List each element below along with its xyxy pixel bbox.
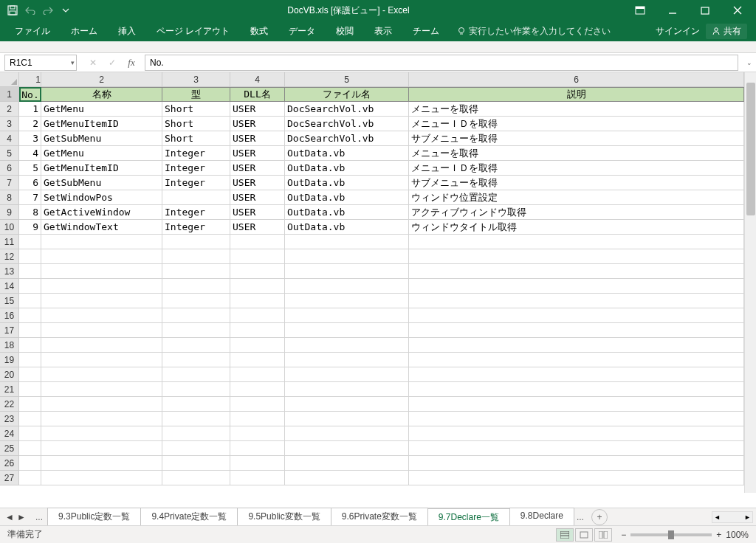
row-header[interactable]: 10 — [0, 220, 19, 235]
sheet-tab[interactable]: 9.4Private定数一覧 — [140, 508, 238, 527]
cell[interactable] — [162, 471, 230, 485]
row-header[interactable]: 17 — [0, 323, 19, 338]
cell[interactable] — [162, 264, 230, 279]
cell[interactable]: USER — [230, 205, 285, 220]
cell[interactable]: USER — [230, 176, 285, 190]
cell[interactable]: GetSubMenu — [41, 176, 162, 190]
cell[interactable] — [409, 471, 744, 485]
cell[interactable] — [162, 308, 230, 323]
cell[interactable]: 1 — [19, 102, 41, 117]
cell[interactable] — [409, 397, 744, 412]
row-header[interactable]: 24 — [0, 426, 19, 441]
cell[interactable] — [285, 441, 409, 456]
cell[interactable]: Short — [162, 117, 230, 131]
cell[interactable]: サブメニューを取得 — [409, 176, 744, 190]
cell[interactable] — [285, 249, 409, 264]
cell[interactable] — [230, 264, 285, 279]
cell[interactable]: OutData.vb — [285, 161, 409, 176]
more-sheets-left[interactable]: ... — [31, 512, 47, 522]
cell[interactable] — [162, 412, 230, 426]
col-header[interactable]: 3 — [162, 72, 230, 86]
minimize-icon[interactable] — [657, 0, 688, 21]
cell[interactable]: ウィンドウタイトル取得 — [409, 220, 744, 235]
cell[interactable] — [41, 279, 162, 294]
cell[interactable]: サブメニューを取得 — [409, 131, 744, 146]
signin-link[interactable]: サインイン — [656, 25, 700, 38]
cell[interactable] — [162, 338, 230, 353]
cell[interactable] — [41, 471, 162, 485]
cell[interactable]: メニューを取得 — [409, 146, 744, 161]
cell[interactable]: 名称 — [41, 87, 162, 102]
cell[interactable]: OutData.vb — [285, 220, 409, 235]
cell[interactable]: 3 — [19, 131, 41, 146]
cell[interactable] — [19, 308, 41, 323]
cell[interactable] — [409, 235, 744, 249]
cell[interactable] — [285, 471, 409, 485]
cell[interactable]: Integer — [162, 176, 230, 190]
row-header[interactable]: 3 — [0, 117, 19, 131]
cell[interactable] — [162, 367, 230, 382]
row-header[interactable]: 23 — [0, 412, 19, 426]
cell[interactable] — [285, 397, 409, 412]
chevron-down-icon[interactable]: ▾ — [71, 59, 75, 66]
row-header[interactable]: 20 — [0, 367, 19, 382]
cell[interactable]: GetMenu — [41, 146, 162, 161]
cell[interactable] — [409, 279, 744, 294]
row-header[interactable]: 15 — [0, 294, 19, 308]
cell[interactable] — [19, 456, 41, 471]
cell[interactable]: Short — [162, 131, 230, 146]
row-header[interactable]: 2 — [0, 102, 19, 117]
cell[interactable]: 2 — [19, 117, 41, 131]
cell[interactable] — [285, 412, 409, 426]
cell[interactable]: OutData.vb — [285, 205, 409, 220]
cell[interactable] — [162, 279, 230, 294]
zoom-out-button[interactable]: − — [621, 530, 626, 540]
worksheet-grid[interactable]: 1 2 3 4 5 6 1No.名称型DLL名ファイル名説明21GetMenuS… — [0, 72, 756, 508]
nav-prev-icon[interactable]: ◄ — [4, 512, 15, 522]
cell[interactable]: GetWindowText — [41, 220, 162, 235]
tab-file[interactable]: ファイル — [6, 22, 59, 41]
cell[interactable] — [230, 367, 285, 382]
tab-page-layout[interactable]: ページ レイアウト — [148, 22, 238, 41]
cell[interactable] — [19, 338, 41, 353]
cell[interactable]: Integer — [162, 146, 230, 161]
cell[interactable]: USER — [230, 190, 285, 205]
tab-formulas[interactable]: 数式 — [241, 22, 277, 41]
cell[interactable] — [285, 279, 409, 294]
col-header[interactable]: 5 — [285, 72, 409, 86]
sheet-tab[interactable]: 9.3Public定数一覧 — [47, 508, 141, 527]
cell[interactable]: ウィンドウ位置設定 — [409, 190, 744, 205]
cell[interactable] — [19, 426, 41, 441]
row-header[interactable]: 14 — [0, 279, 19, 294]
cell[interactable]: 型 — [162, 87, 230, 102]
close-icon[interactable] — [722, 0, 753, 21]
zoom-level[interactable]: 100% — [726, 530, 749, 540]
sheet-tab[interactable]: 9.5Public変数一覧 — [237, 508, 331, 527]
more-sheets-right[interactable]: ... — [574, 512, 587, 522]
cell[interactable] — [19, 264, 41, 279]
cell[interactable] — [230, 323, 285, 338]
nav-next-icon[interactable]: ► — [16, 512, 27, 522]
cell[interactable] — [162, 353, 230, 367]
scroll-right-icon[interactable]: ► — [744, 513, 751, 521]
row-header[interactable]: 18 — [0, 338, 19, 353]
row-header[interactable]: 9 — [0, 205, 19, 220]
cell[interactable] — [409, 353, 744, 367]
row-header[interactable]: 5 — [0, 146, 19, 161]
cell[interactable] — [409, 294, 744, 308]
tell-me[interactable]: 実行したい作業を入力してください — [457, 25, 611, 38]
row-header[interactable]: 22 — [0, 397, 19, 412]
cell[interactable] — [41, 412, 162, 426]
cell[interactable] — [19, 471, 41, 485]
add-sheet-button[interactable]: + — [591, 509, 608, 525]
cell[interactable]: Integer — [162, 161, 230, 176]
expand-formula-bar-icon[interactable]: ⌄ — [743, 59, 756, 66]
cell[interactable]: No. — [19, 87, 41, 102]
cell[interactable]: USER — [230, 102, 285, 117]
cell[interactable] — [41, 441, 162, 456]
cell[interactable] — [230, 353, 285, 367]
cell[interactable] — [41, 308, 162, 323]
cell[interactable]: OutData.vb — [285, 146, 409, 161]
cell[interactable] — [285, 456, 409, 471]
cell[interactable] — [162, 382, 230, 397]
